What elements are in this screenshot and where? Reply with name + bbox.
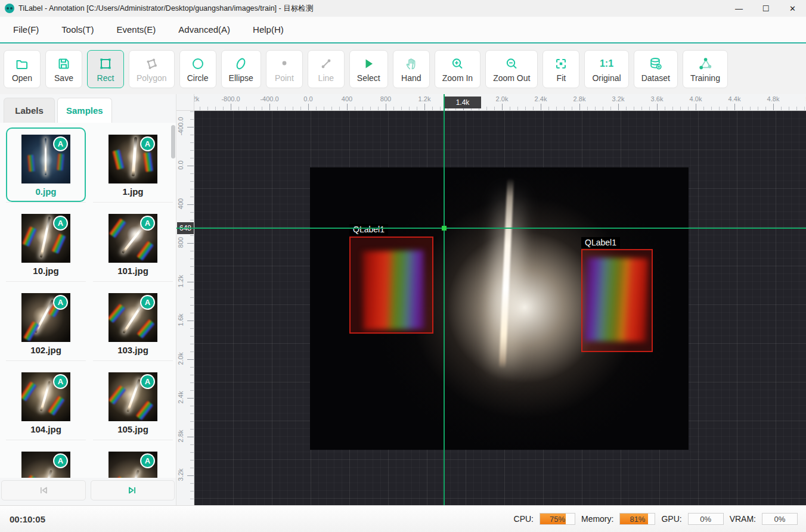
h-ruler-label: 4.0k [690, 95, 702, 102]
sample-image: QLabel1 QLabel1 [310, 167, 689, 450]
select-button[interactable]: Select [349, 50, 388, 88]
folder-icon [14, 56, 30, 71]
samples-list: A 0.jpg A 1.jpg [0, 123, 176, 478]
sample-nav [0, 478, 176, 505]
polygon-icon [144, 56, 159, 71]
auto-badge: A [53, 374, 68, 389]
sample-card-4[interactable]: A 102.jpg [6, 286, 86, 360]
status-bar: 00:10:05 CPU: 75% Memory: 81% GPU: 0% VR… [0, 505, 806, 532]
sample-filename: 1.jpg [94, 185, 172, 201]
sample-card-0[interactable]: A 0.jpg [6, 127, 86, 202]
list-item: A 103.jpg [93, 286, 173, 361]
minimize-icon[interactable]: — [726, 0, 752, 17]
memory-label: Memory: [581, 514, 613, 524]
h-ruler-label: 800 [380, 95, 391, 102]
sample-card-5[interactable]: A 103.jpg [93, 286, 173, 360]
canvas-area: -1.2k-800.0-400.00.04008001.2k1.6k2.0k2.… [176, 94, 806, 505]
sample-card-8[interactable]: A [6, 444, 86, 478]
list-item: A 104.jpg [6, 365, 86, 440]
h-ruler-label: 3.2k [612, 95, 625, 102]
auto-badge: A [140, 136, 155, 151]
spectrum-patch [22, 226, 37, 247]
point-button[interactable]: Point [266, 50, 303, 88]
list-item: A 105.jpg [93, 365, 173, 440]
zoom-out-button[interactable]: Zoom Out [485, 50, 538, 88]
fit-button[interactable]: Fit [542, 50, 579, 88]
tab-labels[interactable]: Labels [4, 98, 55, 123]
h-ruler-label: -800.0 [221, 95, 240, 102]
h-ruler-label: -400.0 [260, 95, 278, 102]
training-button[interactable]: Training [683, 50, 728, 88]
auto-badge: A [53, 295, 68, 310]
gpu-value: 0% [689, 514, 723, 524]
light-streak [40, 216, 51, 257]
auto-badge: A [53, 216, 68, 231]
menu-help[interactable]: Help(H) [253, 24, 284, 35]
sample-thumbnail: A [108, 135, 157, 183]
auto-badge: A [140, 453, 155, 468]
annotation-box-2[interactable] [581, 249, 653, 352]
cpu-progressbar: 75% [540, 513, 575, 525]
annotation-label-2: QLabel1 [581, 237, 620, 248]
v-ruler-label: 0.0 [177, 153, 184, 177]
samples-scrollbar-thumb[interactable] [171, 125, 175, 158]
open-button[interactable]: Open [4, 50, 41, 88]
original-icon: 1:1 [599, 56, 615, 71]
menu-tools[interactable]: Tools(T) [61, 24, 94, 35]
v-ruler: -400.00.04008001.2k1.6k2.0k2.4k2.8k3.2k [176, 111, 194, 505]
sample-filename: 103.jpg [94, 343, 172, 359]
save-button[interactable]: Save [45, 50, 82, 88]
sample-card-2[interactable]: A 10.jpg [6, 207, 86, 281]
sample-card-6[interactable]: A 104.jpg [6, 365, 86, 440]
menu-events[interactable]: Events(E) [117, 24, 156, 35]
sample-card-1[interactable]: A 1.jpg [93, 127, 173, 202]
circle-button[interactable]: Circle [179, 50, 216, 88]
window-title: TiLabel - Annotation [C:/Users/Administr… [18, 4, 313, 14]
menu-advanced[interactable]: Advanced(A) [178, 24, 230, 35]
sample-card-7[interactable]: A 105.jpg [93, 365, 173, 440]
v-ruler-label: 1.2k [177, 269, 184, 293]
v-ruler-label: 2.8k [177, 424, 184, 448]
tab-samples[interactable]: Samples [57, 98, 112, 123]
list-item: A 101.jpg [93, 207, 173, 282]
h-ruler-label: 2.4k [535, 95, 547, 102]
light-streak [128, 470, 140, 478]
prev-image-button[interactable] [1, 480, 86, 500]
sample-card-9[interactable]: A [93, 444, 173, 478]
dataset-button[interactable]: Dataset [634, 50, 678, 88]
ellipse-button[interactable]: Ellipse [221, 50, 261, 88]
h-ruler: -1.2k-800.0-400.00.04008001.2k1.6k2.0k2.… [194, 94, 806, 111]
spectrum-patch [143, 152, 153, 172]
sample-filename: 101.jpg [94, 264, 172, 280]
zoom-in-button[interactable]: Zoom In [435, 50, 480, 88]
annotation-canvas[interactable]: QLabel1 QLabel1 [194, 111, 806, 505]
rect-button[interactable]: Rect [87, 50, 124, 88]
toolbar: Open Save Rect Polygon Circle Ellipse Po… [0, 43, 806, 94]
sample-card-3[interactable]: A 101.jpg [93, 207, 173, 281]
sample-filename: 104.jpg [7, 422, 85, 438]
prev-image-icon [37, 484, 50, 497]
sample-thumbnail: A [21, 372, 70, 421]
h-ruler-tooltip: 1.4k [444, 97, 481, 108]
v-ruler-label: 3.2k [177, 463, 184, 487]
maximize-icon[interactable]: ☐ [752, 0, 779, 17]
v-ruler-label: 2.4k [177, 385, 184, 409]
polygon-button[interactable]: Polygon [129, 50, 175, 88]
ellipse-icon [233, 56, 249, 71]
next-image-button[interactable] [91, 480, 175, 500]
sample-thumbnail: A [108, 214, 157, 263]
sidebar-tabs: Labels Samples [0, 94, 176, 123]
menu-file[interactable]: File(F) [13, 24, 39, 35]
original-button[interactable]: 1:1 Original [584, 50, 628, 88]
spectrum-patch [27, 155, 35, 172]
sidebar: Labels Samples A 0.jpg [0, 94, 176, 505]
annotation-box-1[interactable] [349, 237, 433, 334]
sample-thumbnail: A [21, 452, 70, 478]
hand-button[interactable]: Hand [393, 50, 430, 88]
training-icon [698, 56, 713, 71]
spectrum-patch [108, 385, 126, 405]
v-ruler-label: 400 [177, 192, 184, 216]
close-icon[interactable]: ✕ [779, 0, 806, 17]
rect-icon [98, 56, 113, 71]
line-button[interactable]: Line [308, 50, 345, 88]
